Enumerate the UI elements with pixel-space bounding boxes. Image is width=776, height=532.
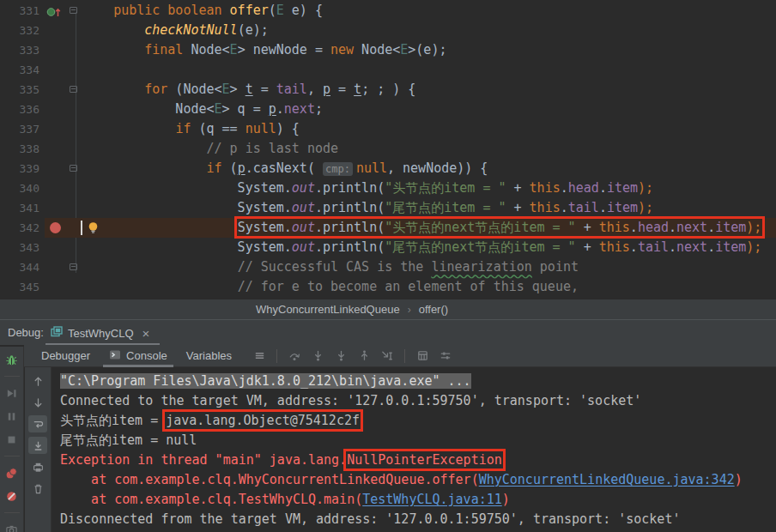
code-text[interactable]	[82, 60, 776, 80]
code-text[interactable]: System.out.println("尾节点的next节点的item = " …	[82, 238, 776, 257]
gutter[interactable]	[45, 139, 67, 159]
stop-icon[interactable]	[3, 431, 21, 448]
tab-variables[interactable]: Variables	[177, 345, 241, 367]
view-breakpoints-icon[interactable]	[3, 464, 21, 481]
tab-debugger[interactable]: Debugger	[32, 345, 100, 367]
code-text[interactable]: System.out.println("头节点的item = " + this.…	[82, 178, 776, 198]
layout-settings-icon[interactable]	[436, 348, 455, 365]
line-number: 340	[0, 178, 45, 198]
settings-menu-icon[interactable]	[250, 348, 269, 365]
code-text[interactable]: // for e to become an element of this qu…	[82, 277, 776, 297]
up-the-stack-icon[interactable]	[28, 372, 47, 390]
code-line: 335 for (Node<E> t = tail, p = t; ; ) {	[0, 80, 776, 100]
run-to-cursor-icon[interactable]	[378, 348, 397, 365]
intention-bulb-icon[interactable]	[88, 221, 99, 240]
scroll-to-end-icon[interactable]	[28, 437, 47, 454]
gutter[interactable]	[45, 238, 67, 257]
close-icon[interactable]: ×	[142, 327, 150, 340]
annotation-red-box: NullPointerException	[347, 452, 502, 468]
console-line: 尾节点的item = null	[60, 431, 776, 450]
console-output[interactable]: "C:\Program Files\Java\jdk1.8.0_212\bin\…	[52, 367, 776, 532]
gutter[interactable]	[45, 100, 67, 119]
code-text[interactable]: if (q == null) {	[82, 119, 776, 139]
rerun-debug-icon[interactable]	[3, 351, 21, 368]
gutter[interactable]	[45, 21, 67, 40]
gutter[interactable]	[45, 80, 67, 100]
stack-trace-link[interactable]: TestWhyCLQ.java:11	[362, 492, 502, 507]
line-number: 344	[0, 257, 45, 277]
console-text: 头节点的item =	[60, 413, 166, 428]
down-the-stack-icon[interactable]	[28, 394, 47, 411]
gutter[interactable]	[45, 257, 67, 277]
console-text: at com.example.clq.TestWhyCLQ.main(	[60, 492, 362, 507]
breadcrumb-method[interactable]: offer()	[419, 303, 448, 316]
debug-session-toolbar	[0, 347, 24, 532]
code-text[interactable]: // p is last node	[82, 139, 776, 159]
fold-column	[67, 178, 82, 198]
print-icon[interactable]	[28, 458, 47, 475]
line-number: 345	[0, 277, 45, 297]
annotation-red-box: System.out.println("头节点的next节点的item = " …	[238, 220, 762, 235]
fold-column	[67, 119, 82, 139]
fold-column	[67, 40, 82, 60]
gutter[interactable]	[45, 159, 67, 178]
code-line: 341 System.out.println("尾节点的item = " + t…	[0, 198, 776, 218]
gutter[interactable]	[45, 1, 67, 21]
gutter[interactable]	[45, 119, 67, 139]
gutter[interactable]	[45, 60, 67, 80]
code-line: 343 System.out.println("尾节点的next节点的item …	[0, 238, 776, 257]
breakpoint-icon[interactable]	[50, 222, 61, 233]
breadcrumb-class[interactable]: WhyConcurrentLinkedQueue	[256, 303, 400, 316]
console-text: Connected to the target VM, address: '12…	[60, 393, 641, 408]
fold-marker-icon[interactable]	[70, 7, 77, 14]
code-line: 342 System.out.println("头节点的next节点的item …	[0, 218, 776, 238]
code-text[interactable]: final Node<E> newNode = new Node<E>(e);	[82, 40, 776, 60]
fold-column	[67, 80, 82, 100]
stack-trace-link[interactable]: WhyConcurrentLinkedQueue.java:342	[479, 472, 735, 487]
fold-marker-icon[interactable]	[70, 86, 77, 93]
line-number: 341	[0, 198, 45, 218]
code-text[interactable]: for (Node<E> t = tail, p = t; ; ) {	[82, 80, 776, 100]
console-text: )	[502, 492, 510, 507]
gutter[interactable]	[45, 198, 67, 218]
force-step-into-icon[interactable]	[331, 348, 350, 365]
pause-icon[interactable]	[3, 408, 21, 425]
code-text[interactable]: public boolean offer(E e) {	[82, 1, 776, 21]
session-tab-label: TestWhyCLQ	[68, 327, 134, 340]
code-line: 332 checkNotNull(e);	[0, 21, 776, 40]
console-text: Disconnected from the target VM, address…	[60, 511, 680, 527]
tab-console[interactable]: Console	[100, 345, 177, 367]
code-editor[interactable]: 331 public boolean offer(E e) {332 check…	[0, 0, 776, 299]
code-text[interactable]: System.out.println("尾节点的item = " + this.…	[82, 198, 776, 218]
code-text[interactable]: Node<E> q = p.next;	[82, 100, 776, 119]
console-line: Connected to the target VM, address: '12…	[60, 391, 776, 411]
evaluate-expression-icon[interactable]	[413, 348, 432, 365]
code-line: 339 if (p.casNext( cmp:null, newNode)) {	[0, 159, 776, 178]
mute-breakpoints-icon[interactable]	[3, 487, 21, 505]
debug-label: Debug:	[8, 326, 44, 339]
fold-marker-icon[interactable]	[70, 165, 77, 172]
step-out-icon[interactable]	[355, 348, 373, 365]
clear-all-icon[interactable]	[28, 480, 47, 497]
debug-session-tab[interactable]: TestWhyCLQ ×	[45, 320, 160, 346]
code-line: 334	[0, 60, 776, 80]
code-text[interactable]: checkNotNull(e);	[82, 21, 776, 40]
step-over-icon[interactable]	[285, 348, 304, 365]
line-number: 335	[0, 80, 45, 100]
soft-wrap-icon[interactable]	[28, 415, 47, 432]
thread-dump-camera-icon[interactable]	[3, 521, 21, 532]
fold-marker-icon[interactable]	[70, 263, 77, 270]
code-text[interactable]: System.out.println("头节点的next节点的item = " …	[82, 218, 776, 238]
gutter[interactable]	[45, 40, 67, 60]
code-text[interactable]: if (p.casNext( cmp:null, newNode)) {	[82, 159, 776, 178]
console-line: 头节点的item = java.lang.Object@75412c2f	[60, 411, 776, 431]
step-toolbar	[250, 348, 455, 365]
code-text[interactable]: // Successful CAS is the linearization p…	[82, 257, 776, 277]
fold-column	[67, 159, 82, 178]
step-into-icon[interactable]	[308, 348, 327, 365]
resume-icon[interactable]	[3, 384, 21, 402]
gutter[interactable]	[45, 218, 67, 238]
fold-column	[67, 277, 82, 297]
gutter[interactable]	[45, 178, 67, 198]
gutter[interactable]	[45, 277, 67, 297]
